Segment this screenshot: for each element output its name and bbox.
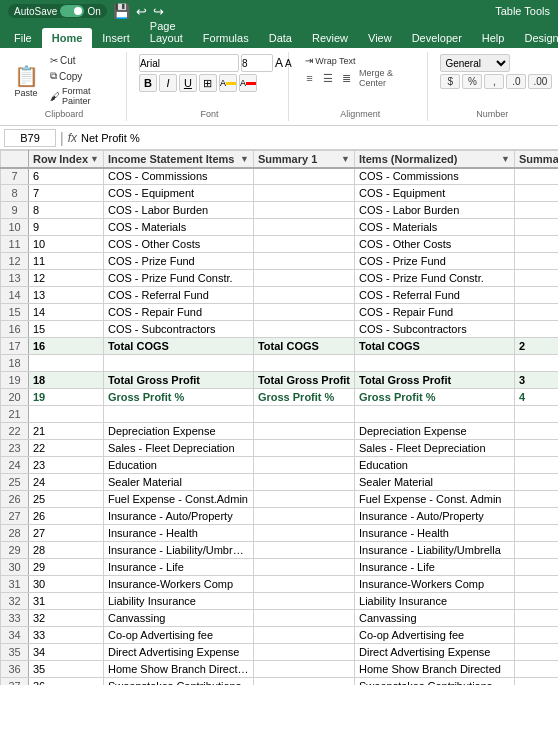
cell-summary-index[interactable] bbox=[515, 236, 558, 253]
decrease-decimal-btn[interactable]: .0 bbox=[506, 74, 526, 89]
percent-btn[interactable]: % bbox=[462, 74, 482, 89]
table-row[interactable]: 1312COS - Prize Fund Constr.COS - Prize … bbox=[1, 270, 559, 287]
cell-items-normalized[interactable]: COS - Repair Fund bbox=[355, 304, 515, 321]
cell-items-normalized[interactable]: Liability Insurance bbox=[355, 593, 515, 610]
cell-row-index[interactable]: 24 bbox=[29, 474, 104, 491]
cell-summary1[interactable]: Total Gross Profit bbox=[253, 372, 354, 389]
table-row[interactable]: 2726Insurance - Auto/PropertyInsurance -… bbox=[1, 508, 559, 525]
cell-items-normalized[interactable] bbox=[355, 355, 515, 372]
cell-income-item[interactable] bbox=[103, 355, 253, 372]
cell-income-item[interactable]: Gross Profit % bbox=[103, 389, 253, 406]
cell-items-normalized[interactable]: Total Gross Profit bbox=[355, 372, 515, 389]
table-row[interactable]: 87COS - EquipmentCOS - Equipment bbox=[1, 185, 559, 202]
col-header-items-normalized[interactable]: Items (Normalized)▼ bbox=[355, 151, 515, 168]
cell-income-item[interactable]: COS - Commissions bbox=[103, 168, 253, 185]
cell-items-normalized[interactable]: COS - Referral Fund bbox=[355, 287, 515, 304]
cell-summary-index[interactable] bbox=[515, 355, 558, 372]
italic-button[interactable]: I bbox=[159, 74, 177, 92]
cell-income-item[interactable]: Total Gross Profit bbox=[103, 372, 253, 389]
cell-income-item[interactable]: COS - Prize Fund bbox=[103, 253, 253, 270]
cell-summary-index[interactable] bbox=[515, 474, 558, 491]
cell-summary1[interactable]: Total COGS bbox=[253, 338, 354, 355]
underline-button[interactable]: U bbox=[179, 74, 197, 92]
cell-summary-index[interactable] bbox=[515, 423, 558, 440]
cell-items-normalized[interactable]: COS - Subcontractors bbox=[355, 321, 515, 338]
cell-row-index[interactable]: 11 bbox=[29, 253, 104, 270]
cell-summary-index[interactable] bbox=[515, 525, 558, 542]
increase-font-icon[interactable]: A bbox=[275, 56, 283, 70]
cell-income-item[interactable]: Insurance-Workers Comp bbox=[103, 576, 253, 593]
cell-row-index[interactable]: 31 bbox=[29, 593, 104, 610]
cell-income-item[interactable]: Depreciation Expense bbox=[103, 423, 253, 440]
wrap-text-button[interactable]: ⇥ Wrap Text bbox=[301, 54, 359, 67]
font-name-select[interactable] bbox=[139, 54, 239, 72]
cell-items-normalized[interactable]: Sealer Material bbox=[355, 474, 515, 491]
tab-developer[interactable]: Developer bbox=[402, 28, 472, 48]
cell-summary-index[interactable] bbox=[515, 168, 558, 185]
cell-summary1[interactable] bbox=[253, 491, 354, 508]
cell-row-index[interactable]: 6 bbox=[29, 168, 104, 185]
table-row[interactable]: 2322Sales - Fleet DepreciationSales - Fl… bbox=[1, 440, 559, 457]
cell-row-index[interactable]: 30 bbox=[29, 576, 104, 593]
cell-summary1[interactable] bbox=[253, 270, 354, 287]
table-row[interactable]: 1716Total COGSTotal COGSTotal COGS2 bbox=[1, 338, 559, 355]
table-row[interactable]: 3433Co-op Advertising feeCo-op Advertisi… bbox=[1, 627, 559, 644]
cell-items-normalized[interactable]: Insurance - Auto/Property bbox=[355, 508, 515, 525]
cell-items-normalized[interactable]: COS - Other Costs bbox=[355, 236, 515, 253]
cell-items-normalized[interactable]: Insurance-Workers Comp bbox=[355, 576, 515, 593]
font-size-select[interactable] bbox=[241, 54, 273, 72]
cell-row-index[interactable]: 19 bbox=[29, 389, 104, 406]
cell-items-normalized[interactable]: Sweepstakes Contributions bbox=[355, 678, 515, 686]
tab-home[interactable]: Home bbox=[42, 28, 93, 48]
table-row[interactable]: 1514COS - Repair FundCOS - Repair Fund bbox=[1, 304, 559, 321]
cell-row-index[interactable] bbox=[29, 355, 104, 372]
cell-summary-index[interactable] bbox=[515, 644, 558, 661]
cell-row-index[interactable]: 32 bbox=[29, 610, 104, 627]
table-row[interactable]: 1211COS - Prize FundCOS - Prize Fund bbox=[1, 253, 559, 270]
cell-row-index[interactable]: 15 bbox=[29, 321, 104, 338]
cell-summary1[interactable]: Gross Profit % bbox=[253, 389, 354, 406]
spreadsheet[interactable]: Row Index▼ Income Statement Items▼ Summa… bbox=[0, 150, 558, 685]
tab-page-layout[interactable]: Page Layout bbox=[140, 16, 193, 48]
cell-summary1[interactable] bbox=[253, 474, 354, 491]
cell-income-item[interactable]: Total COGS bbox=[103, 338, 253, 355]
col-header-summary1[interactable]: Summary 1▼ bbox=[253, 151, 354, 168]
cell-row-index[interactable]: 27 bbox=[29, 525, 104, 542]
cell-summary-index[interactable] bbox=[515, 491, 558, 508]
table-row[interactable]: 3635Home Show Branch DirectedHome Show B… bbox=[1, 661, 559, 678]
cell-summary-index[interactable] bbox=[515, 508, 558, 525]
cell-items-normalized[interactable]: COS - Prize Fund bbox=[355, 253, 515, 270]
cell-row-index[interactable]: 22 bbox=[29, 440, 104, 457]
cell-items-normalized[interactable]: Home Show Branch Directed bbox=[355, 661, 515, 678]
cell-income-item[interactable]: COS - Referral Fund bbox=[103, 287, 253, 304]
cell-items-normalized[interactable]: Total COGS bbox=[355, 338, 515, 355]
table-row[interactable]: 2625Fuel Expense - Const.AdminFuel Expen… bbox=[1, 491, 559, 508]
dollar-btn[interactable]: $ bbox=[440, 74, 460, 89]
cell-summary1[interactable] bbox=[253, 508, 354, 525]
cell-items-normalized[interactable]: Gross Profit % bbox=[355, 389, 515, 406]
table-row[interactable]: 3130Insurance-Workers CompInsurance-Work… bbox=[1, 576, 559, 593]
table-row[interactable]: 76COS - CommissionsCOS - Commissions bbox=[1, 168, 559, 185]
autosave-area[interactable]: AutoSave On bbox=[8, 4, 107, 18]
cell-summary1[interactable] bbox=[253, 253, 354, 270]
cell-items-normalized[interactable]: Co-op Advertising fee bbox=[355, 627, 515, 644]
align-center-button[interactable]: ☰ bbox=[320, 69, 337, 87]
cell-summary-index[interactable] bbox=[515, 287, 558, 304]
table-row[interactable]: 2019Gross Profit %Gross Profit %Gross Pr… bbox=[1, 389, 559, 406]
cell-summary1[interactable] bbox=[253, 457, 354, 474]
cell-summary-index[interactable] bbox=[515, 321, 558, 338]
cell-summary-index[interactable] bbox=[515, 576, 558, 593]
tab-review[interactable]: Review bbox=[302, 28, 358, 48]
cell-income-item[interactable]: Sealer Material bbox=[103, 474, 253, 491]
cell-income-item[interactable]: COS - Labor Burden bbox=[103, 202, 253, 219]
fill-color-button[interactable]: A bbox=[219, 74, 237, 92]
cell-summary1[interactable] bbox=[253, 355, 354, 372]
table-row[interactable]: 3534Direct Advertising ExpenseDirect Adv… bbox=[1, 644, 559, 661]
cell-summary-index[interactable] bbox=[515, 542, 558, 559]
number-format-select[interactable]: General bbox=[440, 54, 510, 72]
cell-summary1[interactable] bbox=[253, 304, 354, 321]
cell-summary1[interactable] bbox=[253, 236, 354, 253]
cell-row-index[interactable]: 21 bbox=[29, 423, 104, 440]
cell-row-index[interactable]: 13 bbox=[29, 287, 104, 304]
increase-decimal-btn[interactable]: .00 bbox=[528, 74, 552, 89]
